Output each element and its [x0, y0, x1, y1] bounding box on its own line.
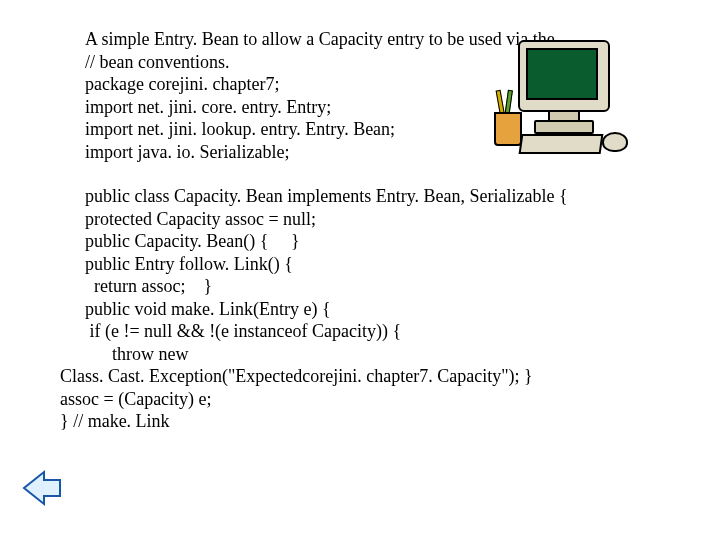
code-line: assoc = (Capacity) e; — [60, 388, 660, 411]
code-line: public void make. Link(Entry e) { — [85, 298, 660, 321]
monitor-base-icon — [534, 120, 594, 134]
cup-icon — [494, 112, 522, 146]
code-line: throw new — [85, 343, 660, 366]
code-line: if (e != null && !(e instanceof Capacity… — [85, 320, 660, 343]
code-line: public class Capacity. Bean implements E… — [85, 185, 660, 208]
code-line: protected Capacity assoc = null; — [85, 208, 660, 231]
computer-clipart-icon — [490, 36, 630, 166]
mouse-icon — [602, 132, 628, 152]
arrow-left-icon — [20, 466, 64, 510]
code-block-2: public class Capacity. Bean implements E… — [60, 185, 660, 433]
code-line: public Capacity. Bean() { } — [85, 230, 660, 253]
code-line: public Entry follow. Link() { — [85, 253, 660, 276]
prev-button[interactable] — [20, 466, 64, 510]
code-line: } // make. Link — [60, 410, 660, 433]
code-line: Class. Cast. Exception("Expectedcorejini… — [60, 365, 660, 388]
monitor-screen-icon — [526, 48, 598, 100]
keyboard-icon — [519, 134, 604, 154]
code-line: return assoc; } — [85, 275, 660, 298]
svg-marker-0 — [24, 472, 60, 504]
